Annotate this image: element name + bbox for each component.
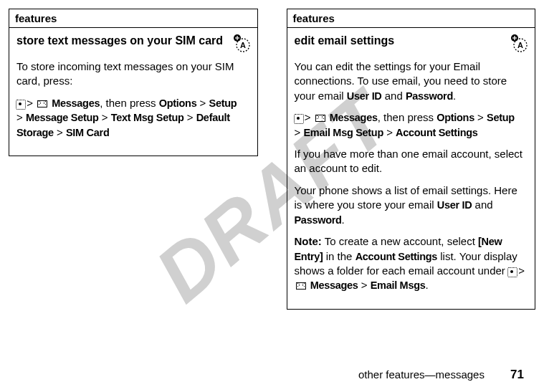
page-number: 71 (510, 368, 524, 381)
period: . (425, 279, 428, 291)
gt-symbol: > (305, 111, 314, 123)
password-label: Password (295, 214, 342, 226)
left-intro: To store incoming text messages on your … (16, 59, 250, 89)
envelope-icon (37, 100, 47, 107)
period: . (453, 90, 456, 102)
page-footer: other features—messages 71 (358, 368, 524, 382)
gt-symbol: > (27, 97, 36, 109)
availability-icon: A (232, 34, 250, 52)
period: . (342, 214, 345, 226)
envelope-icon (315, 115, 325, 122)
nav-text-msg-setup: Text Msg Setup (111, 112, 184, 123)
left-title: store text messages on your SIM card (16, 34, 227, 48)
envelope-icon (296, 282, 306, 290)
nav-setup: Setup (209, 97, 237, 109)
gt-symbol: > (358, 279, 371, 291)
gt-symbol: > (16, 111, 26, 123)
right-box: edit email settings A You can edit the s… (287, 27, 536, 310)
gt-symbol: > (99, 111, 111, 123)
right-column: features edit email settings A You can e… (287, 9, 536, 310)
features-header-left: features (9, 9, 258, 27)
nav-messages: Messages (330, 112, 378, 123)
right-note: Note: To create a new account, select [N… (295, 234, 528, 293)
left-column: features store text messages on your SIM… (9, 9, 258, 310)
right-title: edit email settings (295, 34, 505, 48)
page-content: features store text messages on your SIM… (9, 9, 535, 310)
nav-messages: Messages (52, 97, 100, 109)
center-key-icon (17, 101, 23, 107)
nav-message-setup: Message Setup (26, 112, 99, 123)
right-nav-steps: > Messages, then press Options > Setup >… (295, 110, 528, 140)
and-text: and (382, 90, 406, 102)
user-id-label: User ID (437, 199, 472, 211)
account-settings-label: Account Settings (355, 251, 437, 262)
left-box: store text messages on your SIM card A T… (9, 27, 258, 156)
gt-symbol: > (383, 126, 396, 138)
center-key-icon (295, 115, 301, 121)
left-title-row: store text messages on your SIM card A (16, 34, 250, 52)
right-title-row: edit email settings A (295, 34, 528, 52)
right-intro: You can edit the settings for your Email… (295, 59, 528, 103)
center-key-icon (509, 269, 515, 274)
nav-email-msg-setup: Email Msg Setup (303, 127, 383, 138)
nav-options: Options (159, 97, 197, 109)
right-settings-list: Your phone shows a list of email setting… (295, 183, 528, 227)
note-text-b: in the (323, 250, 355, 262)
nav-then: , then press (100, 97, 159, 109)
user-id-label: User ID (347, 90, 382, 102)
note-text-a: To create a new account, select (322, 235, 478, 247)
gt-symbol: > (54, 126, 66, 138)
and-text: and (472, 199, 492, 211)
right-multiacct: If you have more than one email account,… (295, 147, 528, 176)
note-label: Note: (295, 235, 322, 247)
gt-symbol: > (184, 111, 196, 123)
nav-sim-card: SIM Card (66, 127, 109, 138)
features-header-right: features (287, 9, 536, 27)
availability-icon: A (509, 34, 528, 52)
nav-email-msgs: Email Msgs (371, 279, 426, 291)
nav-messages: Messages (310, 279, 358, 291)
nav-setup: Setup (487, 112, 515, 123)
svg-text:A: A (240, 41, 246, 49)
nav-options: Options (436, 112, 474, 123)
left-nav-steps: > Messages, then press Options > Setup >… (16, 96, 250, 140)
gt-symbol: > (196, 97, 209, 109)
nav-then: , then press (378, 111, 437, 123)
gt-symbol: > (474, 111, 487, 123)
nav-account-settings: Account Settings (396, 127, 477, 138)
gt-symbol: > (295, 126, 304, 138)
footer-section: other features—messages (358, 368, 485, 381)
password-label: Password (406, 90, 453, 102)
svg-text:A: A (517, 41, 523, 49)
